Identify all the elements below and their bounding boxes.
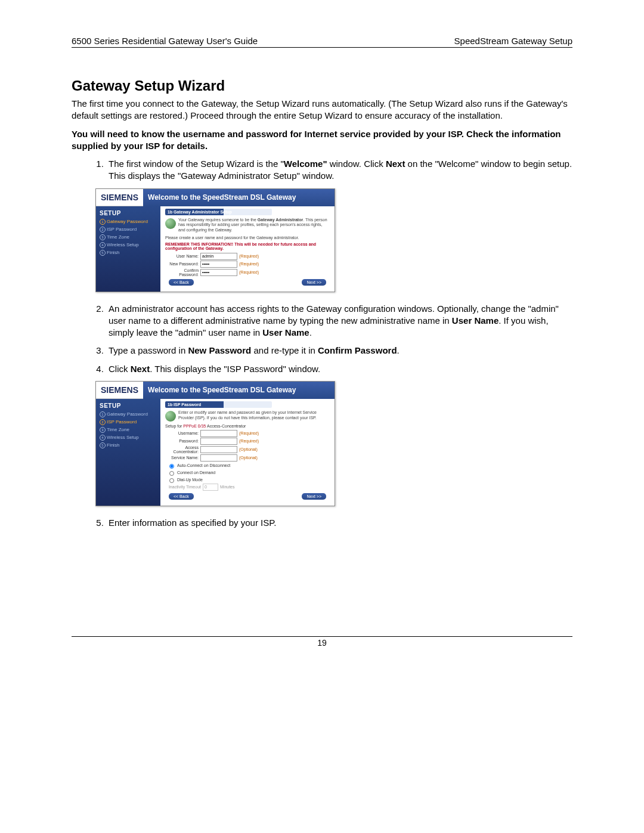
step-4: Click Next. This displays the "ISP Passw… [106,363,572,375]
breadcrumb: 1b Gateway Administrator Setup [165,209,272,215]
globe-icon [165,218,176,229]
sidebar-item-wireless-setup[interactable]: 4Wireless Setup [100,242,157,248]
next-button[interactable]: Next >> [302,279,326,286]
sidebar-item-time-zone[interactable]: 3Time Zone [100,234,157,240]
sidebar-item-gateway-password[interactable]: 1Gateway Password [100,219,157,225]
wizard-intro-text: Your Gateway requires someone to be the … [178,218,330,233]
service-name-label: Service Name: [165,456,199,460]
wizard-warning: REMEMBER THIS INFORMATION!! This will be… [165,242,330,250]
radio-connect-demand[interactable] [169,471,174,476]
page-title: Gateway Setup Wizard [72,78,572,94]
sidebar-item-finish[interactable]: 5Finish [100,250,157,256]
wizard-instruction: Please create a user name and password f… [165,236,330,241]
back-button[interactable]: << Back [169,279,194,286]
hint-required: (Required) [239,254,259,258]
hint-required: (Required) [239,262,259,266]
sidebar-item-isp-password[interactable]: 2ISP Password [100,419,157,425]
hint-required: (Required) [239,439,259,443]
wizard-title: Welcome to the SpeedStream DSL Gateway [143,189,335,206]
username-label: Username: [165,431,199,435]
user-name-label: User Name: [165,254,199,258]
user-name-input[interactable] [200,253,237,260]
hint-optional: (Optional) [239,447,258,451]
password-label: Password: [165,439,199,443]
isp-note: You will need to know the username and p… [72,128,572,153]
sidebar-item-gateway-password[interactable]: 1Gateway Password [100,411,157,417]
back-button[interactable]: << Back [169,493,194,500]
password-input[interactable] [200,438,237,445]
page-number: 19 [317,638,327,648]
username-input[interactable] [200,430,237,437]
sidebar-item-finish[interactable]: 5Finish [100,442,157,448]
radio-auto-connect[interactable] [169,464,174,469]
next-button[interactable]: Next >> [302,493,326,500]
intro-paragraph: The first time you connect to the Gatewa… [72,98,572,122]
wizard-isp-password: SIEMENS Welcome to the SpeedStream DSL G… [95,381,335,506]
page-footer: 19 [72,636,572,648]
wizard-sidebar: SETUP 1Gateway Password 2ISP Password 3T… [96,399,160,506]
breadcrumb: 1b ISP Password [165,401,272,408]
radio-dialup[interactable] [169,478,174,483]
confirm-password-label: Confirm Password: [165,268,199,277]
radio-label: Dial-Up Mode [177,478,203,482]
globe-icon [165,411,176,422]
new-password-input[interactable] [200,261,237,268]
access-concentrator-label: Access Concentrator: [165,445,199,454]
access-concentrator-input[interactable] [200,446,237,453]
brand-logo: SIEMENS [96,382,143,399]
sidebar-item-time-zone[interactable]: 3Time Zone [100,427,157,433]
step-1: The first window of the Setup Wizard is … [106,158,572,182]
step-5: Enter information as specified by your I… [106,517,572,529]
brand-logo: SIEMENS [96,189,143,206]
confirm-password-input[interactable] [200,269,237,276]
new-password-label: New Password: [165,262,199,266]
hint-required: (Required) [239,270,259,274]
radio-label: Connect on Demand [177,470,215,475]
header-left: 6500 Series Residential Gateway User's G… [72,36,258,46]
hint-optional: (Optional) [239,456,258,460]
inactivity-timeout-input [203,484,218,491]
wizard-sidebar: SETUP 1Gateway Password 2ISP Password 3T… [96,206,160,292]
page-header: 6500 Series Residential Gateway User's G… [72,36,572,48]
wizard-admin-setup: SIEMENS Welcome to the SpeedStream DSL G… [95,188,335,292]
step-3: Type a password in New Password and re-t… [106,345,572,357]
header-right: SpeedStream Gateway Setup [454,36,572,46]
hint-required: (Required) [239,431,259,435]
service-name-input[interactable] [200,454,237,462]
setup-for-line: Setup for PPPoE 0/35 Access-Concentrator [165,424,330,428]
sidebar-header: SETUP [100,210,157,216]
wizard-intro-text: Enter or modify user name and password a… [178,410,330,422]
minutes-label: Minutes [220,485,235,489]
sidebar-item-wireless-setup[interactable]: 4Wireless Setup [100,435,157,441]
sidebar-item-isp-password[interactable]: 2ISP Password [100,227,157,233]
inactivity-timeout-label: Inactivity Timeout [165,485,201,489]
radio-label: Auto-Connect on Disconnect [177,463,230,467]
wizard-title: Welcome to the SpeedStream DSL Gateway [143,382,335,399]
sidebar-header: SETUP [100,402,157,409]
step-2: An administrator account has access righ… [106,303,572,339]
